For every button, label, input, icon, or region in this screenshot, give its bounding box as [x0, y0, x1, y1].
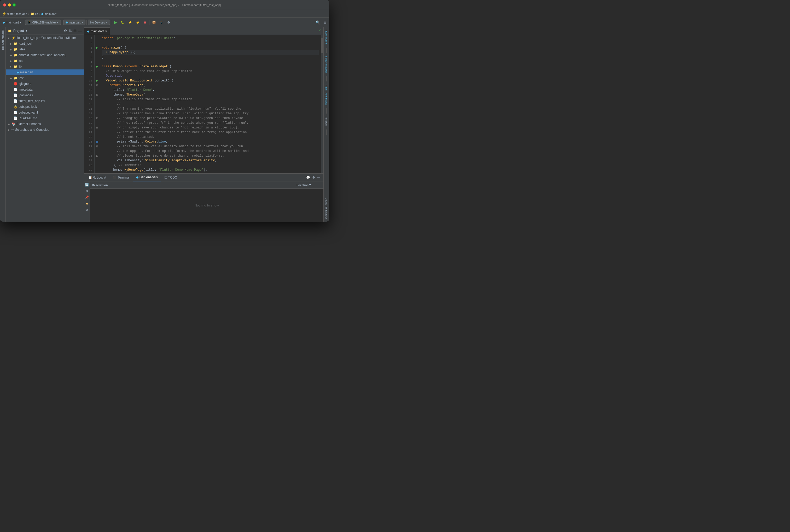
minimize-button[interactable] — [8, 3, 11, 6]
analysis-pin-icon[interactable]: 📌 — [85, 195, 89, 200]
code-line-13: theme: ThemeData ( — [102, 92, 319, 97]
toolbar: ◆ main.dart ▾ 📱 CPH1859 (mobile) ▾ ◆ mai… — [0, 18, 329, 27]
terminal-tab[interactable]: ⬛ Terminal — [109, 174, 133, 182]
flutter-performance-tab[interactable]: Flutter Performance — [325, 83, 328, 107]
sidebar-dropdown-arrow[interactable]: ▾ — [25, 29, 27, 33]
analysis-settings-icon[interactable]: ⚙ — [85, 189, 89, 193]
gutter-25 — [95, 149, 100, 153]
packages-label: .packages — [19, 93, 33, 97]
tree-readme[interactable]: 📄 README.md — [6, 115, 84, 121]
tree-root[interactable]: ▾ ⚡ flutter_test_app ~/Documents/Flutter… — [6, 35, 84, 41]
gutter-11: ⊟ — [95, 83, 100, 88]
tree-pubspec-yaml[interactable]: 📄 pubspec.yaml — [6, 110, 84, 115]
tree-pubspec-lock[interactable]: 🔒 pubspec.lock — [6, 104, 84, 110]
ios-label: ios — [19, 59, 22, 63]
tree-dart-tool[interactable]: ▶ 📁 .dart_tool — [6, 41, 84, 46]
flutter-outline-tab[interactable]: Flutter Outline — [325, 28, 328, 46]
scratches-icon: ✏ — [12, 128, 14, 132]
tree-metadata[interactable]: 📄 .metadata — [6, 87, 84, 92]
profile-button[interactable]: ⚡ — [127, 20, 134, 25]
traffic-lights[interactable] — [0, 3, 16, 6]
tree-ios[interactable]: ▶ 📁 ios — [6, 58, 84, 64]
breadcrumb-lib[interactable]: lib — [35, 12, 38, 15]
tab-close-button[interactable]: ✕ — [105, 30, 107, 33]
device-file-explorer-tab[interactable]: Device File Explorer — [325, 196, 328, 221]
todo-tab[interactable]: ☑ TODO — [161, 174, 181, 182]
sidebar-sort-icon[interactable]: ⇅ — [69, 29, 72, 33]
dart-tool-label: .dart_tool — [19, 42, 32, 45]
debug-button[interactable]: 🐛 — [119, 20, 126, 25]
folder-icon-android: 📁 — [14, 53, 18, 57]
bottom-close-icon[interactable]: — — [317, 176, 320, 179]
code-line-21: // Notice that the counter didn't reset … — [102, 130, 319, 135]
gitignore-label: .gitignore — [19, 82, 31, 86]
sdk-manager-button[interactable]: 📦 — [150, 20, 158, 25]
code-content[interactable]: import 'package:flutter/material.dart' ;… — [100, 35, 321, 173]
folder-icon-dart-tool: 📁 — [14, 42, 18, 45]
breadcrumb-app[interactable]: flutter_test_app — [7, 12, 27, 15]
bottom-icon-col: 🔄 ⚙ 📌 ★ ⊘ — [84, 182, 90, 222]
run-configuration-selector[interactable]: ◆ main.dart ▾ — [1, 20, 23, 25]
settings-button[interactable]: ⚙ — [166, 20, 172, 25]
sidebar-collapse-icon[interactable]: — — [78, 29, 82, 33]
gutter-28 — [95, 163, 100, 168]
search-button[interactable]: 🔍 — [314, 20, 321, 25]
tree-packages[interactable]: 📄 .packages — [6, 92, 84, 98]
analysis-star-icon[interactable]: ★ — [85, 201, 89, 206]
code-line-19: // "hot reload" (press "r" in the consol… — [102, 120, 319, 125]
editor-scrollbar[interactable] — [321, 35, 324, 173]
main-dart-selector[interactable]: ◆ main.dart ▾ — [63, 20, 86, 25]
logcat-tab[interactable]: 📋 6: Logcat — [85, 174, 109, 182]
tree-iml[interactable]: 📄 flutter_test_app.iml — [6, 98, 84, 104]
tree-scratches[interactable]: ▶ ✏ Scratches and Consoles — [6, 127, 84, 133]
analysis-filter-icon[interactable]: ⊘ — [85, 208, 89, 212]
dart-analysis-tab[interactable]: ◆ Dart Analysis — [133, 174, 161, 182]
flutter-icon: ⚡ — [2, 12, 6, 16]
bottom-settings-icon[interactable]: ⚙ — [312, 176, 315, 179]
tree-android[interactable]: ▶ 📁 android [flutter_test_app_android] — [6, 52, 84, 58]
no-devices-button[interactable]: No Devices ▾ — [88, 20, 110, 25]
bottom-tabs-bar: 📋 6: Logcat ⬛ Terminal ◆ Dart Analysis ☑… — [84, 174, 324, 182]
phone-icon: 📱 — [27, 21, 31, 24]
assistant-tab[interactable]: Assistant — [325, 115, 328, 128]
tree-test[interactable]: ▶ 📁 test — [6, 75, 84, 81]
run-button[interactable]: ▶ — [112, 19, 118, 25]
hot-reload-button[interactable]: ⚡ — [134, 20, 141, 25]
tree-main-dart[interactable]: ◆ main.dart — [6, 70, 84, 75]
ext-libs-icon: 📚 — [12, 122, 15, 126]
folder-icon-lib: 📁 — [14, 65, 18, 69]
tree-idea[interactable]: ▶ 📁 .idea — [6, 46, 84, 52]
analysis-refresh-icon[interactable]: 🔄 — [85, 183, 89, 187]
location-header: Location ▾ — [296, 183, 311, 187]
code-line-12: title: 'Flutter Demo' , — [102, 88, 319, 92]
gutter-24: ⊟ — [95, 144, 100, 149]
gutter-15 — [95, 102, 100, 107]
readme-label: README.md — [19, 116, 37, 120]
flutter-inspector-tab[interactable]: Flutter Inspector — [325, 55, 328, 75]
close-button[interactable] — [3, 3, 6, 6]
title-bar: flutter_test_app [~/Documents/Flutter/fl… — [0, 0, 329, 10]
flutter-project-icon: ⚡ — [12, 36, 15, 40]
sidebar-expand-icon[interactable]: ⊞ — [73, 29, 76, 33]
stop-button[interactable]: ⏹ — [142, 20, 148, 25]
tree-gitignore[interactable]: 🔴 .gitignore — [6, 81, 84, 87]
toolbar-separator-4 — [111, 20, 111, 25]
bottom-chat-icon[interactable]: 💬 — [306, 176, 310, 179]
gutter-14 — [95, 97, 100, 102]
location-sort-icon[interactable]: ▾ — [309, 183, 311, 187]
maximize-button[interactable] — [13, 3, 16, 6]
gutter-9 — [95, 74, 100, 78]
android-label: android [flutter_test_app_android] — [19, 53, 65, 57]
breadcrumb-file[interactable]: main.dart — [44, 12, 56, 15]
tree-lib[interactable]: ▾ 📁 lib — [6, 64, 84, 70]
gitignore-icon: 🔴 — [14, 82, 18, 86]
avd-manager-button[interactable]: 📱 — [158, 20, 165, 25]
more-actions-button[interactable]: ☰ — [322, 20, 328, 25]
tree-external-libs[interactable]: ▶ 📚 External Libraries — [6, 121, 84, 127]
editor-tab-main-dart[interactable]: ◆ main.dart ✕ — [84, 27, 110, 35]
code-line-14: // This is the theme of your application… — [102, 97, 319, 102]
code-line-5: } — [102, 55, 319, 59]
sidebar-settings-icon[interactable]: ⚙ — [64, 29, 67, 33]
resource-manager-tab[interactable]: Resource Manager — [1, 28, 5, 52]
device-selector[interactable]: 📱 CPH1859 (mobile) ▾ — [25, 20, 61, 25]
